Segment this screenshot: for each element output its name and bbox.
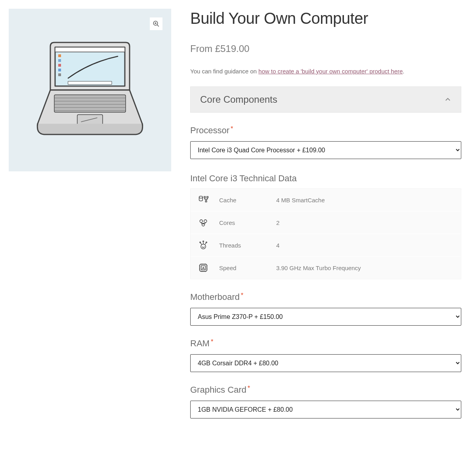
tech-row-speed: Speed 3.90 GHz Max Turbo Frequency [191,256,461,279]
accordion-core-components[interactable]: Core Components [190,86,461,113]
tech-val: 2 [276,219,455,226]
svg-point-30 [206,242,207,243]
svg-point-28 [203,241,204,242]
svg-rect-12 [54,95,126,112]
product-title: Build Your Own Computer [190,10,461,27]
laptop-illustration [31,38,149,142]
svg-rect-4 [55,47,125,86]
cores-icon [197,217,210,228]
motherboard-select[interactable]: Asus Prime Z370-P + £150.00 [190,308,461,326]
zoom-button[interactable] [150,17,162,30]
svg-rect-32 [201,266,206,270]
svg-rect-11 [68,81,112,84]
svg-rect-31 [200,264,207,271]
svg-point-24 [200,220,203,223]
svg-rect-8 [58,64,61,67]
graphics-label: Graphics Card* [190,385,461,395]
required-mark: * [211,338,213,345]
field-processor: Processor* Intel Core i3 Quad Core Proce… [190,125,461,159]
ram-label: RAM* [190,338,461,349]
cache-icon [197,194,210,205]
tech-key: Speed [219,265,267,271]
svg-rect-7 [58,59,61,62]
svg-rect-5 [55,47,125,52]
processor-label-text: Processor [190,125,229,135]
product-price: From £519.00 [190,43,461,54]
tech-row-cache: Cache 4 MB SmartCache [191,189,461,211]
field-motherboard: Motherboard* Asus Prime Z370-P + £150.00 [190,292,461,326]
tech-data-title: Intel Core i3 Technical Data [190,173,461,184]
required-mark: * [231,125,233,132]
svg-point-27 [201,244,206,249]
tech-data-table: Cache 4 MB SmartCache Cores 2 Threads 4 [190,188,461,279]
field-ram: RAM* 4GB Corsair DDR4 + £80.00 [190,338,461,372]
chevron-up-icon [444,96,451,103]
magnify-plus-icon [153,20,160,27]
motherboard-label: Motherboard* [190,292,461,302]
tech-val: 4 [276,242,455,249]
svg-rect-6 [58,54,61,57]
tech-val: 3.90 GHz Max Turbo Frequency [276,265,455,271]
price-prefix: From [190,43,215,54]
speed-icon [197,262,210,273]
ram-select[interactable]: 4GB Corsair DDR4 + £80.00 [190,354,461,372]
processor-label: Processor* [190,125,461,136]
ram-label-text: RAM [190,338,210,348]
required-mark: * [248,385,250,392]
accordion-title: Core Components [200,94,277,105]
svg-rect-21 [204,196,206,198]
price-value: £519.00 [215,43,250,54]
svg-point-20 [199,196,203,198]
svg-rect-9 [58,69,61,71]
motherboard-label-text: Motherboard [190,292,240,302]
tech-row-threads: Threads 4 [191,234,461,256]
product-image [9,9,171,171]
tech-key: Cache [219,197,267,203]
svg-rect-23 [205,201,207,202]
svg-point-25 [204,220,207,223]
guidance-text: You can find guidance on how to create a… [190,68,461,75]
required-mark: * [241,292,243,299]
svg-rect-22 [207,196,208,198]
field-graphics: Graphics Card* 1GB NVIDIA GEFORCE + £80.… [190,385,461,418]
guidance-pre: You can find guidance on [190,68,258,75]
svg-rect-10 [58,73,61,76]
guidance-post: . [403,68,404,75]
tech-row-cores: Cores 2 [191,211,461,234]
processor-select[interactable]: Intel Core i3 Quad Core Processor + £109… [190,141,461,159]
threads-icon [197,240,210,251]
svg-point-29 [200,242,201,243]
tech-key: Cores [219,219,267,226]
graphics-label-text: Graphics Card [190,385,246,395]
tech-key: Threads [219,242,267,249]
guidance-link[interactable]: how to create a 'build your own computer… [258,68,403,75]
graphics-select[interactable]: 1GB NVIDIA GEFORCE + £80.00 [190,401,461,418]
svg-line-1 [157,25,159,27]
tech-val: 4 MB SmartCache [276,197,455,203]
